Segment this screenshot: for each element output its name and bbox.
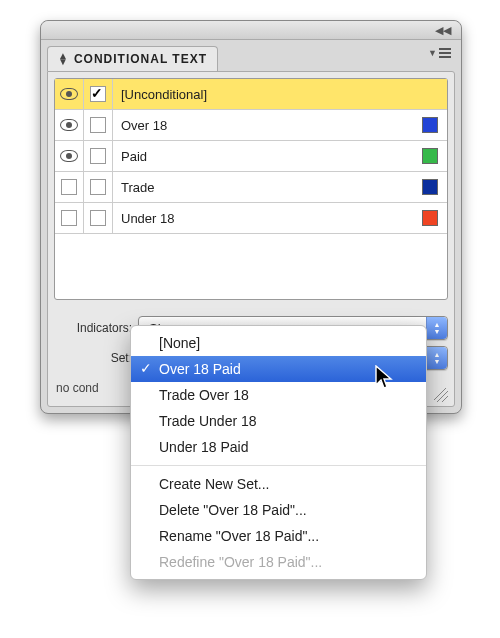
empty-box-icon: [90, 210, 106, 226]
menu-separator: [131, 465, 426, 466]
visibility-toggle[interactable]: [55, 79, 84, 109]
condition-row[interactable]: Paid: [55, 141, 447, 172]
empty-box-icon: [90, 117, 106, 133]
condition-row[interactable]: Trade: [55, 172, 447, 203]
color-swatch: [422, 210, 438, 226]
panel-title: CONDITIONAL TEXT: [74, 52, 207, 66]
condition-row[interactable]: Under 18: [55, 203, 447, 234]
visibility-toggle[interactable]: [55, 110, 84, 140]
collapse-icon[interactable]: ◀◀: [435, 24, 451, 37]
condition-label: Over 18: [113, 118, 413, 133]
visibility-toggle[interactable]: [55, 141, 84, 171]
condition-label: [Unconditional]: [113, 87, 413, 102]
indicators-label: Indicators:: [54, 321, 138, 335]
resize-grip[interactable]: [434, 388, 448, 402]
eye-icon: [60, 119, 78, 131]
condition-color[interactable]: [413, 148, 447, 164]
updown-icon: ▲▼: [58, 53, 68, 65]
applied-toggle[interactable]: [84, 203, 113, 233]
condition-label: Paid: [113, 149, 413, 164]
condition-color[interactable]: [413, 210, 447, 226]
set-label: Set:: [54, 351, 138, 365]
menu-item[interactable]: Delete "Over 18 Paid"...: [131, 497, 426, 523]
menu-item[interactable]: Trade Under 18: [131, 408, 426, 434]
eye-icon: [60, 150, 78, 162]
visibility-toggle[interactable]: [55, 203, 84, 233]
color-swatch: [422, 117, 438, 133]
menu-lines-icon: [439, 48, 451, 58]
color-swatch: [422, 179, 438, 195]
color-swatch: [422, 148, 438, 164]
empty-box-icon: [61, 179, 77, 195]
menu-item[interactable]: Create New Set...: [131, 471, 426, 497]
condition-row[interactable]: Over 18: [55, 110, 447, 141]
applied-toggle[interactable]: [84, 141, 113, 171]
applied-toggle[interactable]: [84, 79, 113, 109]
menu-item[interactable]: Rename "Over 18 Paid"...: [131, 523, 426, 549]
empty-box-icon: [90, 148, 106, 164]
set-dropdown-menu: [None]Over 18 PaidTrade Over 18Trade Und…: [130, 325, 427, 580]
condition-label: Under 18: [113, 211, 413, 226]
chevron-down-icon: ▼: [428, 48, 437, 58]
stepper-icon: ▲▼: [426, 317, 447, 339]
menu-item: Redefine "Over 18 Paid"...: [131, 549, 426, 575]
tab-conditional-text[interactable]: ▲▼ CONDITIONAL TEXT: [47, 46, 218, 71]
check-icon: [90, 86, 106, 102]
stepper-icon: ▲▼: [426, 347, 447, 369]
condition-color[interactable]: [413, 179, 447, 195]
empty-box-icon: [61, 210, 77, 226]
panel-menu-button[interactable]: ▼: [428, 48, 451, 58]
menu-item[interactable]: Over 18 Paid: [131, 356, 426, 382]
eye-icon: [60, 88, 78, 100]
applied-toggle[interactable]: [84, 172, 113, 202]
visibility-toggle[interactable]: [55, 172, 84, 202]
condition-label: Trade: [113, 180, 413, 195]
condition-color[interactable]: [413, 117, 447, 133]
condition-row[interactable]: [Unconditional]: [55, 79, 447, 110]
tab-bar: ▲▼ CONDITIONAL TEXT ▼: [41, 40, 461, 71]
applied-toggle[interactable]: [84, 110, 113, 140]
menu-item[interactable]: Trade Over 18: [131, 382, 426, 408]
panel-titlebar[interactable]: ◀◀: [41, 21, 461, 40]
menu-item[interactable]: Under 18 Paid: [131, 434, 426, 460]
menu-item[interactable]: [None]: [131, 330, 426, 356]
empty-box-icon: [90, 179, 106, 195]
conditions-list: [Unconditional]Over 18PaidTradeUnder 18: [54, 78, 448, 300]
